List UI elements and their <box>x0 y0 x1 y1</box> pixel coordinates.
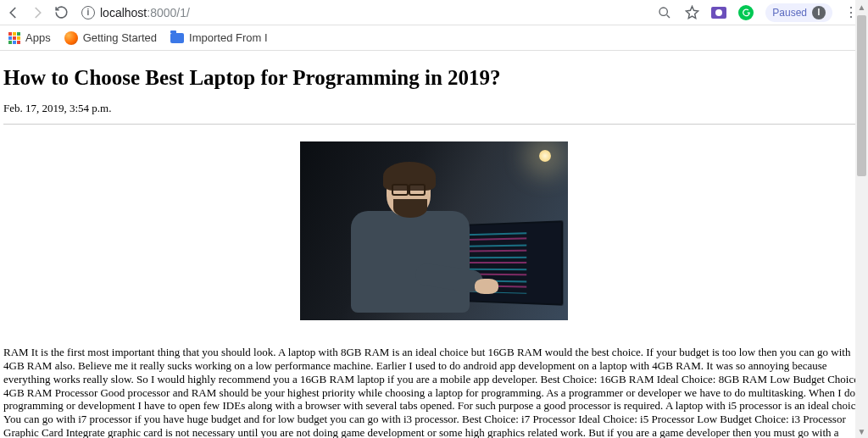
article-title: How to Choose Best Laptop for Programmin… <box>3 66 865 90</box>
scrollbar-down-button[interactable]: ▼ <box>855 424 868 438</box>
paused-label: Paused <box>772 7 807 19</box>
bookmark-star-icon[interactable] <box>684 5 699 20</box>
url-host: localhost <box>100 6 147 19</box>
hero-image <box>300 141 568 320</box>
toolbar-right: Paused I ⋮ <box>657 3 863 22</box>
bookmark-label: Imported From I <box>189 31 267 44</box>
zoom-icon[interactable] <box>657 5 672 20</box>
avatar-initial: I <box>812 6 826 19</box>
browser-toolbar: i localhost:8000/1/ Paused I ⋮ <box>0 0 868 25</box>
article-date: Feb. 17, 2019, 3:54 p.m. <box>3 102 865 115</box>
bookmark-getting-started[interactable]: Getting Started <box>64 31 157 45</box>
svg-point-0 <box>659 8 667 15</box>
reload-button[interactable] <box>53 4 70 21</box>
divider <box>3 124 865 125</box>
profile-paused-badge[interactable]: Paused I <box>765 3 832 22</box>
folder-icon <box>170 33 184 43</box>
bookmarks-bar: Apps Getting Started Imported From I <box>0 25 868 51</box>
scrollbar-up-button[interactable]: ▲ <box>855 0 868 14</box>
article-body: RAM It is the first most important thing… <box>3 346 865 438</box>
page-content: How to Choose Best Laptop for Programmin… <box>0 51 868 438</box>
grammarly-extension-icon[interactable] <box>738 5 754 20</box>
bookmark-label: Getting Started <box>83 31 157 44</box>
back-button[interactable] <box>5 4 22 21</box>
hero-image-wrap <box>3 141 865 324</box>
scrollbar-thumb[interactable] <box>857 15 866 176</box>
vertical-scrollbar[interactable]: ▲ ▼ <box>855 0 868 438</box>
firefox-icon <box>64 31 78 45</box>
forward-button[interactable] <box>29 4 46 21</box>
bookmark-label: Apps <box>25 31 51 44</box>
apps-icon <box>8 32 20 44</box>
address-bar[interactable]: i localhost:8000/1/ <box>76 6 650 19</box>
url-path: :8000/1/ <box>147 6 190 19</box>
bookmark-apps[interactable]: Apps <box>8 31 51 44</box>
bookmark-imported-folder[interactable]: Imported From I <box>170 31 267 44</box>
url-text: localhost:8000/1/ <box>100 6 190 19</box>
site-info-icon[interactable]: i <box>81 6 95 19</box>
screenshot-extension-icon[interactable] <box>711 7 726 19</box>
